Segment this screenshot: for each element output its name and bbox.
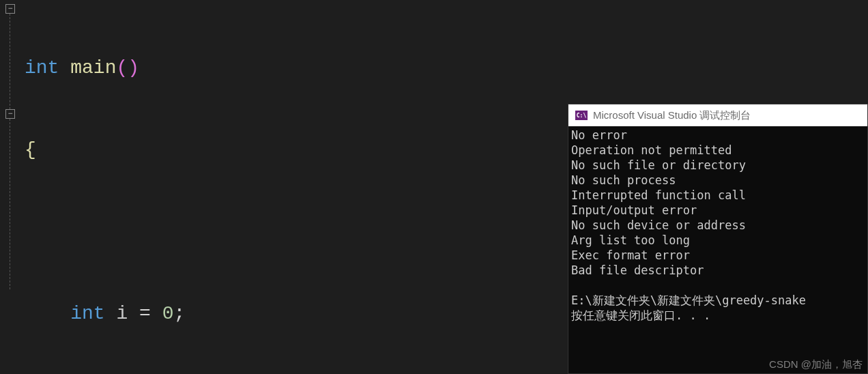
- output-line: Exec format error: [571, 248, 690, 262]
- output-line: Interrupted function call: [571, 188, 746, 202]
- code-editor[interactable]: − − int main() { int i = 0; for (int i =…: [0, 0, 568, 374]
- output-line: 按任意键关闭此窗口. . .: [571, 308, 710, 322]
- output-line: Operation not permitted: [571, 143, 732, 157]
- console-title-text: Microsoft Visual Studio 调试控制台: [593, 109, 751, 122]
- fold-icon[interactable]: −: [5, 109, 15, 119]
- output-line: Input/output error: [571, 203, 697, 217]
- output-line: E:\新建文件夹\新建文件夹\greedy-snake: [571, 293, 806, 307]
- output-line: No such device or address: [571, 218, 746, 232]
- gutter: − −: [0, 0, 22, 374]
- code-line: {: [25, 136, 437, 164]
- console-titlebar[interactable]: C:\ Microsoft Visual Studio 调试控制台: [568, 104, 867, 126]
- console-output[interactable]: No error Operation not permitted No such…: [568, 126, 867, 324]
- code-line: [25, 218, 437, 246]
- code-line: int main(): [25, 55, 437, 82]
- fold-icon[interactable]: −: [5, 4, 15, 14]
- output-line: Bad file descriptor: [571, 263, 704, 277]
- output-line: Arg list too long: [571, 233, 690, 247]
- output-line: No error: [571, 128, 627, 142]
- debug-console[interactable]: C:\ Microsoft Visual Studio 调试控制台 No err…: [568, 104, 868, 374]
- watermark: CSDN @加油，旭杏: [769, 358, 863, 371]
- output-line: No such file or directory: [571, 158, 746, 172]
- code-line: int i = 0;: [25, 300, 437, 328]
- output-line: No such process: [571, 173, 676, 187]
- vs-icon: C:\: [575, 111, 588, 120]
- code-area[interactable]: int main() { int i = 0; for (int i = 0; …: [25, 0, 437, 374]
